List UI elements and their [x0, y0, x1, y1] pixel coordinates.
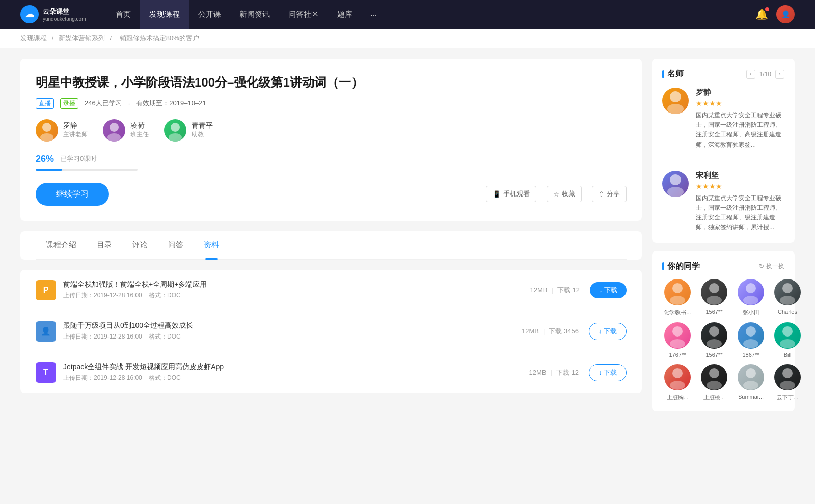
- nav-item-discover[interactable]: 发现课程: [140, 0, 189, 29]
- breadcrumb-current: 销冠修炼术搞定80%的客户: [120, 34, 199, 42]
- resource-stats-2: 12MB | 下载 3456: [522, 327, 579, 336]
- classmate-2[interactable]: 1567**: [699, 279, 729, 316]
- tab-materials[interactable]: 资料: [194, 231, 229, 259]
- teacher-1: 罗静 主讲老师: [36, 119, 88, 142]
- resource-stats-1: 12MB | 下载 12: [530, 286, 579, 295]
- svg-point-10: [672, 283, 683, 293]
- logo-icon: ☁: [20, 5, 39, 23]
- svg-point-7: [667, 104, 684, 114]
- classmate-3[interactable]: 张小田: [736, 279, 766, 316]
- expire-date: 有效期至：2019–10–21: [136, 99, 206, 108]
- classmate-5[interactable]: 1767**: [662, 322, 693, 358]
- breadcrumb-link-2[interactable]: 新媒体营销系列: [59, 34, 105, 42]
- classmate-11[interactable]: Summar...: [736, 364, 766, 401]
- classmate-avatar-2: [701, 279, 727, 305]
- tab-intro[interactable]: 课程介绍: [36, 231, 87, 259]
- refresh-icon: ↻: [759, 263, 764, 270]
- classmate-name-11: Summar...: [736, 394, 766, 400]
- svg-point-13: [707, 296, 722, 305]
- classmate-8[interactable]: Bill: [772, 322, 803, 358]
- continue-learning-button[interactable]: 继续学习: [36, 183, 109, 206]
- logo-text: 云朵课堂 yundouketang.com: [43, 7, 86, 22]
- teacher-stars-2: ★★★★: [696, 182, 784, 190]
- classmates-grid: 化学教书... 1567** 张小田: [662, 279, 784, 401]
- teachers-panel: 名师 ‹ 1/10 › 罗静 ★★★★ 国内某重点: [652, 59, 795, 243]
- tab-review[interactable]: 评论: [122, 231, 158, 259]
- nav-item-open[interactable]: 公开课: [189, 0, 230, 29]
- download-button-2[interactable]: ↓ 下载: [589, 323, 627, 340]
- resource-info-3: Jetpack全组件实战 开发短视频应用高仿皮皮虾App 上传日期：2019-1…: [63, 362, 529, 382]
- svg-point-28: [709, 368, 719, 378]
- classmates-header: 你的同学 ↻ 换一换: [662, 261, 784, 272]
- breadcrumb-link-1[interactable]: 发现课程: [20, 34, 47, 42]
- nav-item-home[interactable]: 首页: [106, 0, 140, 29]
- teacher-right-name-2: 宋利坚: [696, 171, 784, 180]
- classmate-avatar-1: [664, 279, 691, 305]
- svg-point-3: [107, 133, 121, 142]
- action-links: 📱 手机观看 ☆ 收藏 ⇧ 分享: [486, 186, 627, 202]
- svg-point-2: [110, 123, 119, 132]
- tabs-nav: 课程介绍 目录 评论 问答 资料: [36, 231, 627, 260]
- bell-icon[interactable]: 🔔: [755, 8, 768, 20]
- resource-stats-3: 12MB | 下载 12: [529, 368, 578, 377]
- classmate-name-10: 上脏桃...: [699, 394, 729, 401]
- classmate-1[interactable]: 化学教书...: [662, 279, 693, 316]
- share-link[interactable]: ⇧ 分享: [592, 186, 627, 202]
- refresh-classmates-button[interactable]: ↻ 换一换: [759, 262, 784, 271]
- teachers-prev-button[interactable]: ‹: [746, 70, 755, 79]
- progress-label: 已学习0课时: [60, 154, 97, 163]
- classmate-9[interactable]: 上脏胸...: [662, 364, 693, 401]
- nav-item-qa[interactable]: 问答社区: [279, 0, 328, 29]
- classmate-12[interactable]: 云下丁...: [772, 364, 803, 401]
- classmate-avatar-3: [738, 279, 764, 305]
- user-avatar[interactable]: 👤: [776, 5, 795, 23]
- navbar: ☁ 云朵课堂 yundouketang.com 首页 发现课程 公开课 新闻资讯…: [0, 0, 815, 29]
- tab-qa[interactable]: 问答: [158, 231, 194, 259]
- classmate-10[interactable]: 上脏桃...: [699, 364, 729, 401]
- mobile-view-link[interactable]: 📱 手机观看: [486, 186, 536, 202]
- teachers-panel-title: 名师: [662, 69, 684, 79]
- nav-item-quiz[interactable]: 题库: [328, 0, 362, 29]
- download-button-1[interactable]: ↓ 下载: [590, 282, 627, 298]
- svg-point-5: [169, 133, 182, 142]
- classmate-name-2: 1567**: [699, 309, 729, 315]
- resource-item-1: P 前端全栈加强版！前端全栈+全周期+多端应用 上传日期：2019-12-28 …: [20, 270, 642, 311]
- svg-point-8: [670, 174, 681, 185]
- teacher-avatar-1: [36, 119, 58, 142]
- left-panel: 明星中教授课，小学阶段语法100分–强化级第1讲动词（一） 直播 录播 246人…: [20, 59, 642, 419]
- nav-items: 首页 发现课程 公开课 新闻资讯 问答社区 题库 ···: [106, 0, 755, 29]
- svg-point-0: [42, 123, 51, 132]
- teacher-desc-2: 国内某重点大学安全工程专业硕士，国家一级注册消防工程师、注册安全工程师、级注册建…: [696, 193, 784, 233]
- action-row: 继续学习 📱 手机观看 ☆ 收藏 ⇧ 分享: [36, 183, 627, 206]
- classmate-4[interactable]: Charles: [772, 279, 803, 316]
- teacher-role-1: 主讲老师: [63, 130, 88, 139]
- classmate-avatar-10: [701, 364, 727, 390]
- teachers-next-button[interactable]: ›: [775, 70, 784, 79]
- mobile-icon: 📱: [493, 190, 501, 198]
- nav-item-more[interactable]: ···: [362, 0, 387, 29]
- classmate-7[interactable]: 1867**: [736, 322, 766, 358]
- teacher-right-info-1: 罗静 ★★★★ 国内某重点大学安全工程专业硕士，国家一级注册消防工程师、注册安全…: [696, 88, 784, 150]
- svg-point-4: [171, 123, 180, 132]
- svg-point-14: [746, 283, 756, 293]
- star-icon: ☆: [553, 190, 559, 198]
- classmate-avatar-8: [774, 322, 801, 349]
- nav-item-news[interactable]: 新闻资讯: [230, 0, 279, 29]
- teachers-row: 罗静 主讲老师 凌荷 班主任: [36, 119, 627, 142]
- download-button-3[interactable]: ↓ 下载: [589, 364, 627, 381]
- classmate-avatar-11: [738, 364, 764, 390]
- resource-item-3: T Jetpack全组件实战 开发短视频应用高仿皮皮虾App 上传日期：2019…: [20, 352, 642, 393]
- svg-point-27: [670, 381, 685, 390]
- main-container: 明星中教授课，小学阶段语法100分–强化级第1讲动词（一） 直播 录播 246人…: [0, 48, 815, 430]
- svg-point-32: [782, 368, 793, 378]
- student-count: 246人已学习: [85, 99, 122, 108]
- teacher-3: 青青平 助教: [164, 119, 213, 142]
- classmate-name-8: Bill: [772, 352, 803, 358]
- classmate-6[interactable]: 1567**: [699, 322, 729, 358]
- logo[interactable]: ☁ 云朵课堂 yundouketang.com: [20, 5, 86, 23]
- svg-point-33: [780, 381, 795, 390]
- classmate-avatar-4: [774, 279, 801, 305]
- tab-catalog[interactable]: 目录: [87, 231, 122, 259]
- resource-icon-2: 👤: [36, 321, 56, 342]
- collect-link[interactable]: ☆ 收藏: [547, 186, 582, 202]
